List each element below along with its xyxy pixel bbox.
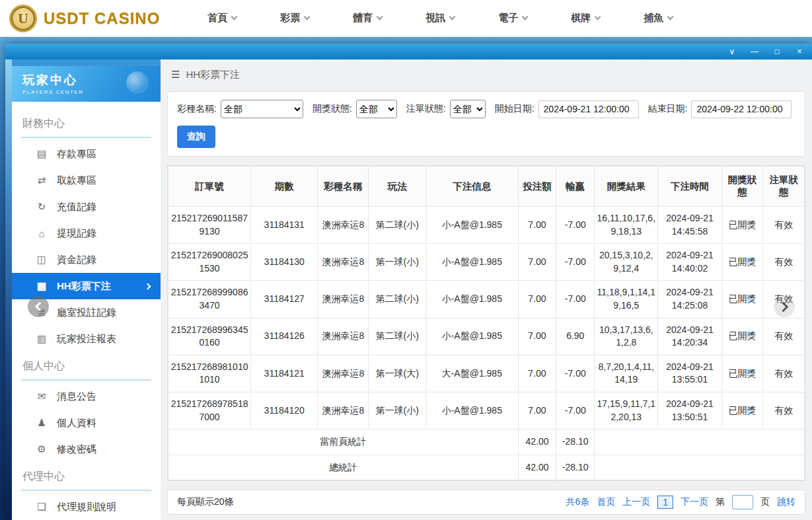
sidebar-header: 玩家中心 PLAYERS CENTER: [12, 66, 161, 102]
carousel-right-arrow[interactable]: [774, 296, 795, 317]
sidebar-item-funds-record[interactable]: ◫ 資金記錄: [12, 246, 161, 273]
nav-item-lottery[interactable]: 彩票: [280, 12, 309, 24]
grand-summary-bet-total: 42.00: [518, 455, 556, 480]
cell-draw-status: 已開獎: [721, 281, 763, 318]
end-date-input[interactable]: [691, 100, 792, 118]
sidebar-item-label: 取款專區: [57, 174, 96, 187]
nav-label: 視訊: [425, 12, 445, 24]
start-date-input[interactable]: [538, 100, 639, 118]
sidebar-item-label: 提現記錄: [57, 227, 96, 240]
main-panel: ☰ HH彩票下注 彩種名稱: 全部 開獎狀態: 全部 注單狀態:: [161, 59, 812, 520]
cell-bet-amount: 7.00: [518, 207, 556, 244]
table-header-row: 訂單號 期數 彩種名稱 玩法 下注信息 投注額 輸贏 開獎結果 下注時間 開獎狀…: [168, 167, 805, 207]
col-bet-time: 下注時間: [658, 167, 721, 207]
sidebar-item-withdrawal-record[interactable]: ⌂ 提現記錄: [12, 220, 161, 246]
bets-table-card: 訂單號 期數 彩種名稱 玩法 下注信息 投注額 輸贏 開獎結果 下注時間 開獎狀…: [167, 165, 805, 481]
carousel-left-arrow[interactable]: [28, 296, 49, 317]
cell-draw-result: 8,7,20,1,4,11,14,19: [595, 355, 658, 392]
cell-order-number: 2152172690115879130: [168, 207, 251, 244]
nav-item-fishing[interactable]: 捕魚: [644, 12, 673, 24]
cell-order-number: 2152172689810101010: [168, 355, 251, 392]
next-page-link[interactable]: 下一页: [681, 496, 708, 508]
cell-order-number: 2152172689785187000: [168, 392, 251, 429]
filter-row: 彩種名稱: 全部 開獎狀態: 全部 注單狀態: 全部 開始日期:: [177, 100, 795, 118]
hamburger-icon[interactable]: ☰: [171, 69, 180, 81]
col-win-loss: 輸贏: [556, 167, 595, 207]
section-finance-center: 財務中心: [21, 111, 151, 138]
nav-label: 彩票: [280, 12, 300, 24]
sidebar-item-hh-lottery-bets[interactable]: ▦ HH彩票下注: [12, 273, 161, 299]
chevron-down-icon: [377, 14, 383, 20]
funds-record-icon: ◫: [36, 254, 48, 266]
sidebar-item-deposit[interactable]: ▤ 存款專區: [12, 141, 161, 167]
page-jump-input[interactable]: [732, 495, 753, 509]
cell-bet-info: 小-A盤@1.985: [425, 207, 518, 244]
cell-period: 31184131: [251, 207, 318, 244]
nav-label: 捕魚: [644, 12, 663, 24]
nav-item-cards[interactable]: 棋牌: [571, 12, 600, 24]
chevron-down-icon: [304, 14, 311, 20]
current-page[interactable]: 1: [657, 496, 673, 509]
sidebar-item-change-password[interactable]: ⚙ 修改密碼: [12, 436, 161, 463]
nav-label: 電子: [498, 12, 518, 24]
chevron-left-icon: [35, 302, 44, 311]
cell-play-type: 第二球(小): [369, 318, 426, 355]
cell-bet-amount: 7.00: [518, 392, 556, 429]
order-status-select[interactable]: 全部: [450, 100, 486, 118]
sidebar-item-announcements[interactable]: ✉ 消息公告: [12, 383, 161, 410]
nav-item-sports[interactable]: 體育: [353, 12, 382, 24]
prev-page-link[interactable]: 上一页: [622, 496, 650, 508]
table-row: 2152172689963450160 31184126 澳洲幸运8 第二球(小…: [168, 318, 805, 355]
window-close-icon[interactable]: ×: [795, 47, 804, 56]
grand-summary-empty: [595, 455, 805, 480]
sidebar-item-label: HH彩票下注: [57, 280, 111, 293]
chevron-down-icon: [595, 14, 601, 20]
decor-chip-icon: [126, 71, 149, 94]
page-header: ☰ HH彩票下注: [161, 59, 812, 90]
section-agent-center: 代理中心: [21, 464, 151, 491]
window-left-gutter: [5, 59, 12, 520]
per-page-text: 每頁顯示20條: [177, 496, 234, 508]
table-row: 2152172689785187000 31184120 澳洲幸运8 第一球(小…: [168, 392, 805, 429]
announcement-icon: ✉: [36, 390, 48, 402]
brand-logo-icon[interactable]: U: [9, 5, 37, 32]
sidebar-item-profile[interactable]: ♟ 個人資料: [12, 410, 161, 436]
sidebar-item-withdraw[interactable]: ⇄ 取款專區: [12, 167, 161, 194]
cell-order-number: 2152172690080251530: [168, 244, 251, 281]
window-collapse-icon[interactable]: ∨: [727, 47, 737, 56]
nav-item-live[interactable]: 視訊: [425, 12, 455, 24]
cell-bet-time: 2024-09-21 14:40:02: [658, 244, 721, 281]
lottery-name-label: 彩種名稱:: [177, 103, 217, 115]
first-page-link[interactable]: 首页: [597, 496, 615, 508]
search-button[interactable]: 查詢: [177, 126, 215, 148]
window-minimize-icon[interactable]: —: [750, 47, 759, 56]
lottery-bet-icon: ▦: [36, 280, 48, 292]
col-order-status: 注單狀態: [763, 167, 805, 207]
lottery-name-select[interactable]: 全部: [221, 100, 303, 118]
col-bet-info: 下注信息: [425, 167, 518, 207]
sidebar-item-recharge-record[interactable]: ↻ 充值記錄: [12, 194, 161, 220]
window-maximize-icon[interactable]: □: [772, 47, 782, 56]
jump-link[interactable]: 跳转: [777, 496, 795, 508]
draw-status-select[interactable]: 全部: [356, 100, 397, 118]
cell-lottery-name: 澳洲幸运8: [318, 281, 369, 318]
cell-draw-status: 已開獎: [721, 318, 763, 355]
page-summary-label: 當前頁統計: [168, 429, 519, 455]
cell-order-status: 有效: [763, 392, 805, 429]
main-content: 彩種名稱: 全部 開獎狀態: 全部 注單狀態: 全部 開始日期:: [161, 90, 812, 520]
end-date-label: 結束日期:: [648, 103, 688, 115]
cell-win-loss: -7.00: [556, 355, 595, 392]
draw-status-label: 開獎狀態:: [313, 103, 352, 115]
cell-bet-info: 小-A盤@1.985: [425, 281, 518, 318]
cell-draw-status: 已開獎: [721, 207, 763, 244]
nav-item-slots[interactable]: 電子: [498, 12, 527, 24]
cell-period: 31184130: [251, 244, 318, 281]
nav-label: 體育: [353, 12, 373, 24]
cell-bet-info: 小-A盤@1.985: [425, 392, 518, 429]
table-row: 2152172689810101010 31184121 澳洲幸运8 第一球(大…: [168, 355, 805, 392]
nav-item-home[interactable]: 首頁: [207, 12, 237, 24]
sidebar-item-player-report[interactable]: ▥ 玩家投注報表: [12, 326, 161, 352]
chevron-right-icon: [778, 301, 788, 312]
site-nav-items: 首頁 彩票 體育 視訊 電子 棋牌 捕魚: [207, 12, 673, 24]
sidebar-item-agent-rules[interactable]: ❏ 代理規則說明: [12, 494, 161, 520]
